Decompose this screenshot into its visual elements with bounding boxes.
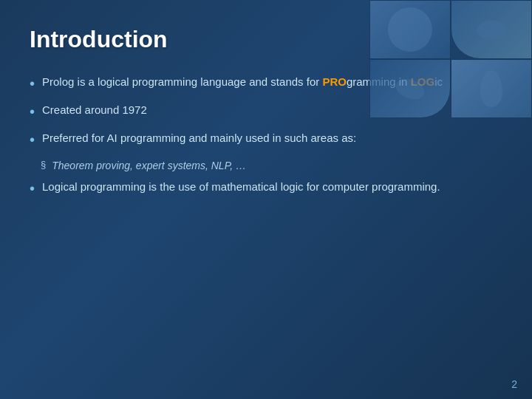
deco-eye-shape	[477, 21, 506, 39]
highlight-pro: PRO	[322, 75, 347, 88]
deco-eye-shape-2	[393, 75, 427, 102]
deco-cell-4	[451, 59, 532, 118]
bullet-dot-1: •	[30, 72, 35, 95]
deco-cell-3	[369, 59, 451, 118]
bullet-text-3: Preferred for AI programming and mainly …	[42, 130, 502, 146]
bullet-text-4: Logical programming is the use of mathem…	[42, 179, 502, 195]
slide: Introduction • Prolog is a logical progr…	[0, 0, 532, 399]
bullet-dot-3: •	[30, 129, 35, 151]
sub-bullet-item: § Theorem proving, expert systems, NLP, …	[41, 158, 502, 173]
bullet-dot-2: •	[30, 100, 35, 123]
deco-ear-shape	[480, 70, 502, 107]
sub-bullet-marker: §	[41, 158, 46, 172]
bullet-dot-4: •	[30, 177, 35, 200]
page-number: 2	[511, 378, 517, 390]
deco-face-shape	[388, 7, 432, 52]
bullet-item-4: • Logical programming is the use of math…	[30, 179, 502, 200]
bullet-item-3: • Preferred for AI programming and mainl…	[30, 130, 502, 151]
corner-decoration	[369, 0, 532, 118]
sub-bullet-text: Theorem proving, expert systems, NLP, …	[52, 158, 246, 173]
deco-cell-1	[369, 0, 451, 59]
deco-cell-2	[451, 0, 532, 59]
